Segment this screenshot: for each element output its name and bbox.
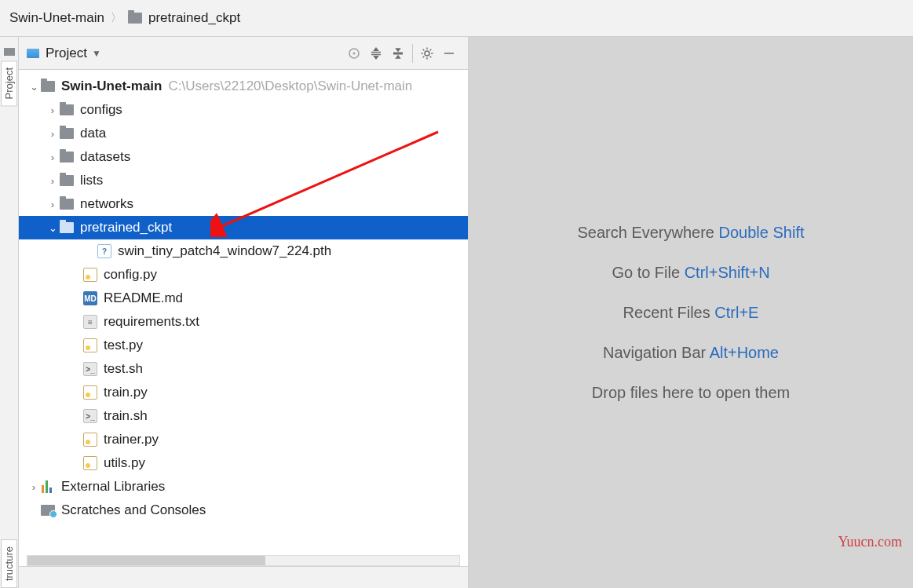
tree-scratches[interactable]: Scratches and Consoles xyxy=(19,499,468,522)
chevron-down-icon[interactable]: ⌄ xyxy=(46,222,60,234)
tree-folder-configs[interactable]: ›configs xyxy=(19,98,468,122)
tree-folder-datasets[interactable]: ›datasets xyxy=(19,145,468,169)
tree-label: datasets xyxy=(80,149,130,165)
project-tree[interactable]: ⌄ Swin-Unet-main C:\Users\22120\Desktop\… xyxy=(19,70,468,566)
project-icon xyxy=(27,49,39,58)
tree-label: pretrained_ckpt xyxy=(80,220,172,236)
python-file-icon xyxy=(83,433,97,447)
tree-folder-lists[interactable]: ›lists xyxy=(19,169,468,192)
tree-file-train-py[interactable]: train.py xyxy=(19,381,468,404)
tree-label: train.py xyxy=(104,385,148,400)
chevron-right-icon[interactable]: › xyxy=(46,175,60,187)
tree-file-trainer-py[interactable]: trainer.py xyxy=(19,428,468,451)
tree-label: trainer.py xyxy=(104,432,159,447)
chevron-down-icon[interactable]: ⌄ xyxy=(27,81,41,93)
scratches-icon xyxy=(41,505,55,516)
breadcrumb-root[interactable]: Swin-Unet-main xyxy=(9,10,104,26)
tree-file-pth[interactable]: ?swin_tiny_patch4_window7_224.pth xyxy=(19,239,468,263)
breadcrumb: Swin-Unet-main 〉 pretrained_ckpt xyxy=(0,0,913,37)
horizontal-scrollbar[interactable] xyxy=(27,555,460,566)
tree-path: C:\Users\22120\Desktop\Swin-Unet-main xyxy=(168,79,412,94)
shell-file-icon: >_ xyxy=(83,362,97,376)
python-file-icon xyxy=(83,385,97,400)
shell-file-icon: >_ xyxy=(83,409,97,423)
keyboard-shortcut: Alt+Home xyxy=(710,344,779,361)
expand-all-button[interactable] xyxy=(365,42,387,64)
folder-icon xyxy=(60,104,74,115)
tree-label: Swin-Unet-main xyxy=(61,79,162,94)
folder-icon xyxy=(60,199,74,210)
folder-icon xyxy=(128,13,142,24)
tree-file-utils-py[interactable]: utils.py xyxy=(19,451,468,475)
chevron-right-icon[interactable]: › xyxy=(46,199,60,210)
tree-label: requirements.txt xyxy=(104,314,199,330)
panel-header: Project ▼ xyxy=(19,37,468,70)
folder-icon xyxy=(4,48,15,56)
svg-rect-3 xyxy=(444,53,454,54)
hint-goto-file: Go to File Ctrl+Shift+N xyxy=(612,264,769,282)
hint-recent-files: Recent Files Ctrl+E xyxy=(623,304,759,322)
tree-file-config-py[interactable]: config.py xyxy=(19,263,468,287)
keyboard-shortcut: Ctrl+Shift+N xyxy=(685,264,770,281)
tree-label: README.md xyxy=(104,290,183,306)
tree-file-test-sh[interactable]: >_test.sh xyxy=(19,357,468,381)
tree-external-libraries[interactable]: ›External Libraries xyxy=(19,475,468,499)
tree-label: swin_tiny_patch4_window7_224.pth xyxy=(118,243,331,259)
tree-folder-networks[interactable]: ›networks xyxy=(19,192,468,216)
chevron-right-icon[interactable]: › xyxy=(46,128,60,140)
panel-footer xyxy=(19,566,468,588)
hint-drop-files: Drop files here to open them xyxy=(592,384,790,402)
chevron-right-icon[interactable]: › xyxy=(27,481,41,493)
tree-label: data xyxy=(80,126,106,141)
tree-root[interactable]: ⌄ Swin-Unet-main C:\Users\22120\Desktop\… xyxy=(19,75,468,98)
tab-structure[interactable]: tructure xyxy=(1,539,17,588)
separator xyxy=(412,44,413,63)
svg-point-2 xyxy=(425,51,429,56)
tree-file-requirements[interactable]: ≡requirements.txt xyxy=(19,310,468,334)
keyboard-shortcut: Ctrl+E xyxy=(714,304,758,321)
folder-icon xyxy=(60,128,74,139)
tree-file-test-py[interactable]: test.py xyxy=(19,334,468,357)
markdown-file-icon: MD xyxy=(83,291,97,305)
tree-file-readme[interactable]: MDREADME.md xyxy=(19,287,468,310)
python-file-icon xyxy=(83,268,97,282)
tab-project[interactable]: Project xyxy=(1,60,17,106)
tree-label: config.py xyxy=(104,267,157,283)
collapse-all-button[interactable] xyxy=(387,42,409,64)
tree-label: networks xyxy=(80,196,133,212)
editor-empty-state[interactable]: Search Everywhere Double Shift Go to Fil… xyxy=(469,37,913,588)
scrollbar-thumb[interactable] xyxy=(27,556,265,565)
keyboard-shortcut: Double Shift xyxy=(719,224,805,241)
folder-icon xyxy=(60,152,74,163)
chevron-right-icon[interactable]: › xyxy=(46,104,60,116)
hint-nav-bar: Navigation Bar Alt+Home xyxy=(603,344,779,362)
tree-label: Scratches and Consoles xyxy=(61,502,206,518)
tree-label: train.sh xyxy=(104,408,148,424)
tree-folder-data[interactable]: ›data xyxy=(19,122,468,145)
hide-button[interactable] xyxy=(438,42,460,64)
folder-icon xyxy=(60,222,74,233)
python-file-icon xyxy=(83,338,97,352)
tree-label: utils.py xyxy=(104,455,145,471)
folder-icon xyxy=(60,175,74,186)
gear-icon[interactable] xyxy=(416,42,438,64)
file-icon: ? xyxy=(97,244,111,258)
chevron-down-icon[interactable]: ▼ xyxy=(92,48,101,59)
tree-file-train-sh[interactable]: >_train.sh xyxy=(19,404,468,428)
breadcrumb-current[interactable]: pretrained_ckpt xyxy=(148,10,240,26)
chevron-right-icon[interactable]: › xyxy=(46,152,60,163)
tree-label: External Libraries xyxy=(61,479,165,495)
tree-label: test.py xyxy=(104,338,143,353)
tree-label: lists xyxy=(80,173,103,188)
tree-label: test.sh xyxy=(104,361,143,377)
project-tool-window: Project ▼ ⌄ Swin-Unet-main C:\Users\2212… xyxy=(19,37,469,588)
tree-folder-pretrained-ckpt[interactable]: ⌄pretrained_ckpt xyxy=(19,216,468,239)
watermark: Yuucn.com xyxy=(838,534,902,550)
folder-icon xyxy=(41,81,55,92)
libraries-icon xyxy=(41,480,55,493)
tree-label: configs xyxy=(80,102,122,118)
python-file-icon xyxy=(83,456,97,470)
panel-title[interactable]: Project xyxy=(46,46,87,61)
svg-point-1 xyxy=(353,52,356,54)
locate-button[interactable] xyxy=(343,42,365,64)
